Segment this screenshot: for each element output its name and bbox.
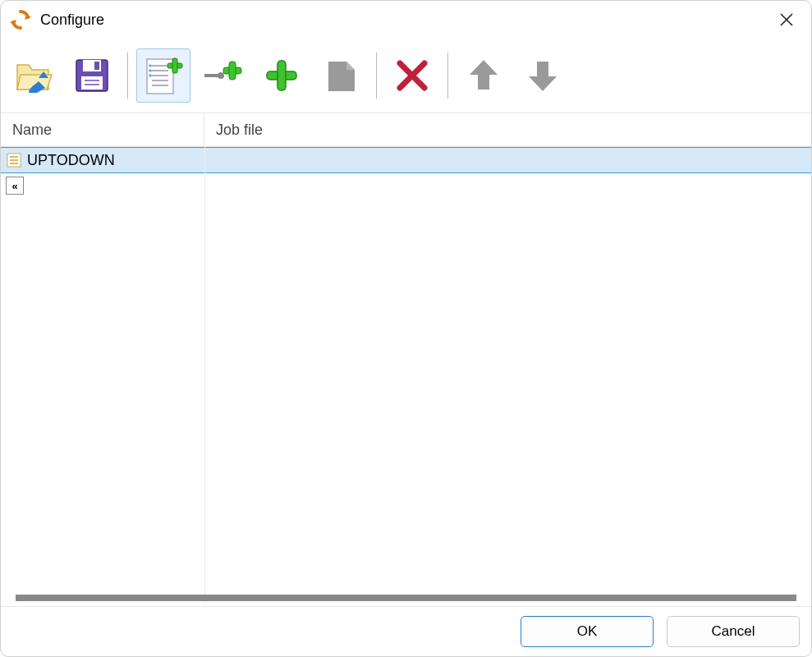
job-list: Name Job file UPTODOWN (1, 113, 811, 606)
column-divider (204, 147, 205, 606)
ok-button[interactable]: OK (521, 616, 654, 647)
svg-rect-21 (172, 58, 177, 73)
add-link-button[interactable] (195, 48, 250, 103)
cancel-button[interactable]: Cancel (667, 616, 800, 647)
collapse-icon: « (6, 177, 24, 195)
svg-point-23 (218, 72, 224, 79)
list-body[interactable]: UPTODOWN « (1, 147, 811, 606)
open-button[interactable] (6, 48, 60, 103)
delete-icon (395, 58, 429, 93)
svg-point-17 (149, 64, 152, 67)
dialog-footer: OK Cancel (1, 606, 811, 656)
svg-point-18 (149, 69, 152, 72)
add-group-icon (142, 54, 185, 97)
svg-point-19 (149, 74, 152, 77)
titlebar: Configure (1, 1, 811, 39)
close-icon (779, 12, 794, 27)
add-button[interactable] (255, 48, 309, 103)
list-row[interactable]: UPTODOWN (1, 147, 811, 173)
svg-rect-25 (229, 62, 236, 80)
add-group-button[interactable] (136, 48, 190, 103)
save-button[interactable] (65, 48, 119, 103)
toolbar-separator (376, 53, 377, 99)
svg-rect-27 (278, 61, 286, 90)
list-row[interactable]: « (1, 173, 811, 198)
edit-button[interactable] (314, 48, 368, 103)
list-header: Name Job file (1, 113, 811, 147)
up-arrow-icon (465, 57, 502, 94)
horizontal-scrollbar[interactable] (16, 595, 796, 601)
open-folder-icon (12, 55, 53, 96)
configure-dialog: Configure (0, 0, 812, 657)
column-header-jobfile[interactable]: Job file (204, 113, 811, 146)
save-icon (73, 57, 111, 94)
add-link-icon (201, 54, 244, 97)
group-icon (6, 152, 22, 168)
row-name: UPTODOWN (27, 152, 115, 169)
column-header-name[interactable]: Name (1, 113, 204, 146)
toolbar (1, 39, 811, 113)
add-icon (264, 57, 300, 94)
close-button[interactable] (770, 3, 803, 36)
toolbar-separator (127, 53, 128, 99)
edit-icon (322, 57, 360, 94)
move-down-button[interactable] (516, 48, 570, 103)
svg-rect-7 (94, 62, 99, 70)
delete-button[interactable] (385, 48, 439, 103)
down-arrow-icon (524, 57, 562, 94)
svg-rect-8 (81, 76, 103, 90)
app-icon (9, 8, 32, 31)
window-title: Configure (40, 11, 770, 29)
move-up-button[interactable] (456, 48, 511, 103)
toolbar-separator (447, 53, 448, 99)
